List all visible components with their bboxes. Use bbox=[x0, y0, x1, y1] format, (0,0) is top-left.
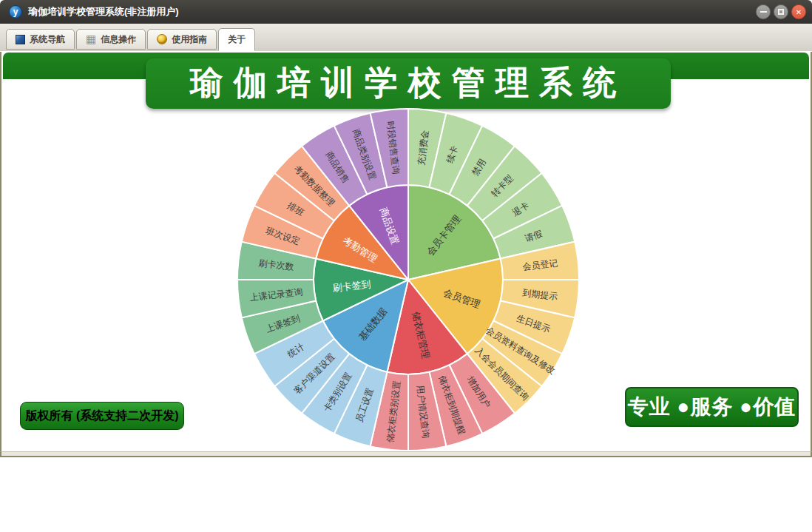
copyright-button[interactable]: 版权所有 (系统支持二次开发) bbox=[20, 402, 184, 430]
status-bar bbox=[0, 451, 812, 457]
tab-system-navigation[interactable]: 系统导航 bbox=[6, 29, 75, 50]
coin-icon bbox=[157, 34, 167, 44]
tab-info-operations[interactable]: 信息操作 bbox=[76, 29, 146, 50]
tab-label: 使用指南 bbox=[172, 33, 207, 46]
close-icon[interactable] bbox=[791, 4, 806, 19]
tab-about[interactable]: 关于 bbox=[218, 28, 255, 51]
window-title: 瑜伽培训学校管理系统(非注册用户) bbox=[28, 5, 756, 18]
maximize-icon[interactable] bbox=[774, 4, 788, 19]
app-logo-letter: y bbox=[13, 7, 18, 17]
tab-label: 信息操作 bbox=[101, 33, 136, 46]
maximize-glyph bbox=[778, 9, 784, 15]
window-controls bbox=[756, 4, 806, 19]
grid-icon bbox=[86, 34, 96, 45]
main-content: 瑜伽培训学校管理系统 充消费金续卡禁用转卡型退卡请假会员卡管理会员登记到期提示生… bbox=[0, 52, 812, 451]
app-window: y 瑜伽培训学校管理系统(非注册用户) 系统导航 信息操作 使用指南 关于 瑜伽… bbox=[0, 0, 812, 457]
window-icon bbox=[16, 35, 25, 44]
tab-label: 关于 bbox=[228, 33, 246, 46]
slogan-button[interactable]: 专业 ●服务 ●价值 bbox=[625, 387, 799, 427]
window-titlebar: y 瑜伽培训学校管理系统(非注册用户) bbox=[0, 0, 812, 24]
app-logo-icon: y bbox=[9, 5, 22, 18]
minimize-icon[interactable] bbox=[756, 4, 771, 19]
tab-user-guide[interactable]: 使用指南 bbox=[147, 29, 217, 50]
toolbar: 系统导航 信息操作 使用指南 关于 bbox=[0, 24, 812, 52]
tab-label: 系统导航 bbox=[30, 33, 65, 46]
